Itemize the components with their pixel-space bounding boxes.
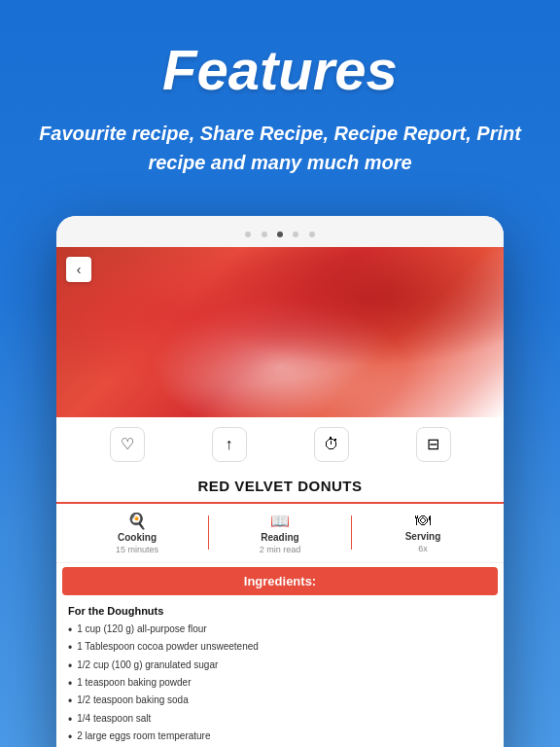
serving-icon: 🍽: [415, 512, 431, 529]
serving-value: 6x: [418, 544, 428, 553]
dot-4: [293, 231, 298, 237]
dot-2: [262, 231, 267, 237]
pagination-dots: [56, 216, 504, 247]
top-section: Features Favourite recipe, Share Recipe,…: [0, 0, 560, 206]
ingredient-item: 1/2 teaspoon baking soda: [68, 693, 492, 710]
action-bar: ♡ ↑ ⏱ ⊟: [56, 417, 504, 472]
device-container: ‹ ♡ ↑ ⏱ ⊟ RED VELVET DONUTS 🍳 Cooking 15…: [0, 216, 560, 747]
bookmark-icon: ⊟: [427, 435, 439, 453]
ingredients-content: For the Doughnuts 1 cup (120 g) all-purp…: [56, 599, 504, 747]
recipe-title: RED VELVET DONUTS: [56, 472, 504, 504]
timer-button[interactable]: ⏱: [314, 427, 349, 462]
ingredients-header: Ingredients:: [62, 567, 498, 595]
recipe-image-overlay: [56, 247, 504, 417]
serving-label: Serving: [405, 531, 441, 542]
dot-3: [277, 231, 283, 237]
ingredient-item: 1/2 cup (100 g) granulated sugar: [68, 658, 492, 675]
dot-1: [245, 231, 251, 237]
timer-icon: ⏱: [324, 436, 339, 453]
heart-icon: ♡: [121, 435, 134, 453]
ingredients-list: 1 cup (120 g) all-purpose flour1 Tablesp…: [68, 622, 492, 747]
cooking-label: Cooking: [118, 532, 157, 543]
ingredient-item: 1/4 teaspoon salt: [68, 711, 492, 729]
features-title: Features: [39, 39, 521, 101]
recipe-image: ‹: [56, 247, 504, 417]
ingredients-section-title: For the Doughnuts: [68, 605, 492, 617]
back-button[interactable]: ‹: [66, 257, 91, 282]
tablet-frame: ‹ ♡ ↑ ⏱ ⊟ RED VELVET DONUTS 🍳 Cooking 15…: [56, 216, 504, 747]
ingredient-item: 1 Tablespoon cocoa powder unsweetened: [68, 639, 492, 657]
features-subtitle: Favourite recipe, Share Recipe, Recipe R…: [39, 119, 521, 177]
ingredient-item: 2 large eggs room temperature: [68, 729, 492, 746]
cooking-icon: 🍳: [127, 512, 147, 530]
reading-label: Reading: [261, 532, 298, 543]
reading-value: 2 min read: [260, 545, 301, 554]
dot-5: [309, 231, 315, 237]
bookmark-button[interactable]: ⊟: [416, 427, 451, 462]
reading-icon: 📖: [270, 512, 290, 530]
reading-stat: 📖 Reading 2 min read: [209, 512, 351, 554]
serving-stat: 🍽 Serving 6x: [352, 512, 494, 553]
cooking-stat: 🍳 Cooking 15 minutes: [66, 512, 208, 554]
share-icon: ↑: [226, 436, 233, 453]
share-button[interactable]: ↑: [212, 427, 247, 462]
stats-row: 🍳 Cooking 15 minutes 📖 Reading 2 min rea…: [56, 504, 504, 563]
ingredient-item: 1 teaspoon baking powder: [68, 675, 492, 693]
favorite-button[interactable]: ♡: [110, 427, 145, 462]
cooking-value: 15 minutes: [116, 545, 158, 554]
ingredient-item: 1 cup (120 g) all-purpose flour: [68, 622, 492, 639]
